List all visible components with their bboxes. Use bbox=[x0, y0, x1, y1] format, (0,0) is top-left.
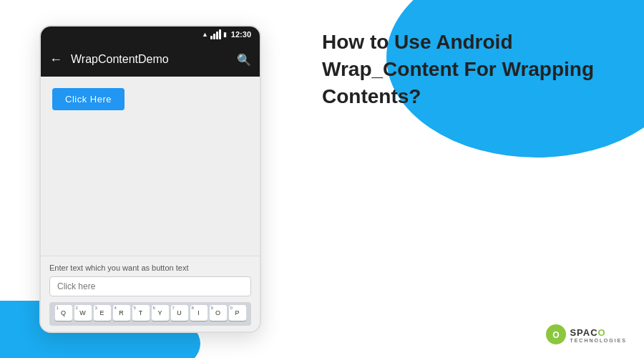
text-input[interactable] bbox=[49, 276, 251, 296]
keyboard-row-1: 1Q 2W 3E 4R 5T 6Y 7U 8I 9O 0P bbox=[51, 305, 250, 321]
signal-bar-1 bbox=[210, 36, 213, 39]
input-label: Enter text which you want as button text bbox=[49, 263, 251, 272]
key-Q[interactable]: 1Q bbox=[55, 305, 72, 321]
signal-bar-4 bbox=[219, 29, 221, 39]
back-button[interactable]: ← bbox=[49, 52, 62, 67]
key-I[interactable]: 8I bbox=[190, 305, 208, 321]
status-bar: ▲ ▮ 12:30 bbox=[41, 26, 260, 42]
text-section: How to Use Android Wrap_Content For Wrap… bbox=[301, 0, 644, 138]
search-icon[interactable]: 🔍 bbox=[237, 53, 251, 67]
click-here-button[interactable]: Click Here bbox=[52, 88, 125, 110]
app-title: WrapContentDemo bbox=[71, 53, 228, 66]
phone-frame: ▲ ▮ 12:30 ← WrapContentDemo 🔍 bbox=[39, 25, 261, 333]
signal-bars bbox=[210, 29, 221, 39]
main-heading: How to Use Android Wrap_Content For Wrap… bbox=[322, 29, 608, 110]
signal-bar-2 bbox=[213, 34, 215, 39]
svg-text:O: O bbox=[553, 330, 560, 340]
key-P[interactable]: 0P bbox=[229, 305, 246, 321]
key-T[interactable]: 5T bbox=[132, 305, 150, 321]
logo-o-text: O bbox=[598, 327, 606, 338]
app-toolbar: ← WrapContentDemo 🔍 bbox=[41, 42, 260, 77]
phone-bottom-area: Enter text which you want as button text… bbox=[41, 256, 260, 332]
logo-name: SPACO bbox=[570, 326, 627, 338]
key-W[interactable]: 2W bbox=[74, 305, 92, 321]
key-U[interactable]: 7U bbox=[171, 305, 188, 321]
battery-icon: ▮ bbox=[223, 31, 227, 38]
logo-tagline: TECHNOLOGIES bbox=[570, 338, 627, 343]
key-O[interactable]: 9O bbox=[210, 305, 227, 321]
signal-bar-3 bbox=[216, 32, 218, 39]
wifi-icon: ▲ bbox=[202, 31, 208, 38]
logo-space-text: SPAC bbox=[570, 327, 597, 338]
logo-text: SPACO TECHNOLOGIES bbox=[570, 326, 627, 343]
key-E[interactable]: 3E bbox=[94, 305, 111, 321]
key-Y[interactable]: 6Y bbox=[152, 305, 169, 321]
app-content: Click Here bbox=[41, 77, 260, 256]
signal-icons: ▲ ▮ bbox=[202, 29, 227, 39]
logo-icon: O bbox=[545, 324, 567, 345]
status-time: 12:30 bbox=[231, 30, 251, 39]
phone-section: ▲ ▮ 12:30 ← WrapContentDemo 🔍 bbox=[0, 0, 301, 358]
logo: O SPACO TECHNOLOGIES bbox=[545, 324, 627, 345]
key-R[interactable]: 4R bbox=[113, 305, 130, 321]
content-wrapper: ▲ ▮ 12:30 ← WrapContentDemo 🔍 bbox=[0, 0, 644, 358]
keyboard: 1Q 2W 3E 4R 5T 6Y 7U 8I 9O 0P bbox=[49, 302, 251, 326]
